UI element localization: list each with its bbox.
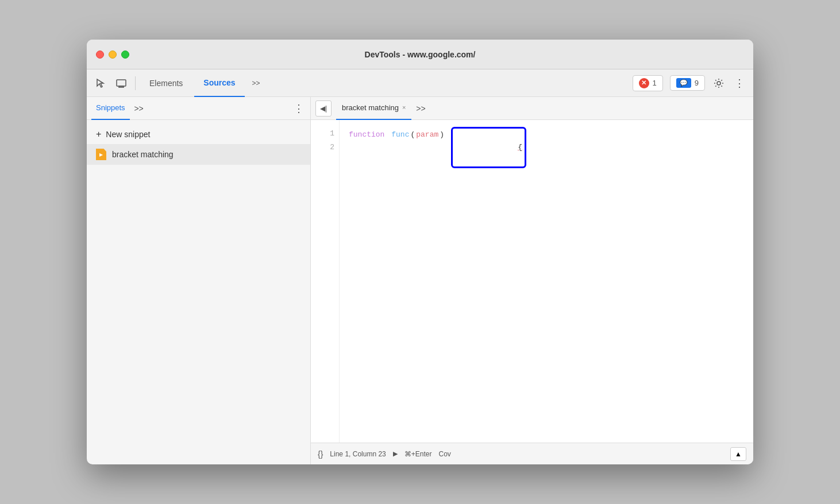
snippet-item-bracket-matching[interactable]: bracket matching (87, 144, 310, 165)
editor-tab-label: bracket matching (342, 103, 399, 112)
editor-tab-bracket-matching[interactable]: bracket matching × (336, 97, 411, 120)
svg-rect-0 (117, 80, 126, 86)
message-icon: 💬 (676, 78, 691, 88)
minimize-button[interactable] (109, 51, 117, 59)
brace-char: { (518, 143, 522, 152)
titlebar: DevTools - www.google.com/ (87, 40, 753, 69)
close-button[interactable] (96, 51, 104, 59)
devtools-toolbar: Elements Sources >> ✕ 1 💬 9 ⋮ (87, 69, 753, 97)
new-snippet-label: New snippet (106, 130, 150, 139)
toolbar-separator (135, 76, 136, 90)
panel-toggle-btn[interactable]: ▲ (730, 447, 746, 461)
more-tabs-btn[interactable]: >> (247, 74, 265, 92)
window-title: DevTools - www.google.com/ (365, 50, 476, 59)
sidebar-toggle-icon: ◀| (320, 104, 327, 113)
error-icon: ✕ (639, 78, 649, 88)
status-bar: {} Line 1, Column 23 ▶ ⌘+Enter Cov ▲ (311, 443, 753, 464)
run-icon: ▶ (393, 450, 398, 458)
panel-tabs: Snippets >> ⋮ (87, 97, 310, 120)
error-count: 1 (653, 79, 657, 87)
brace-open-highlighted: { (451, 127, 526, 168)
tab-snippets[interactable]: Snippets (91, 97, 130, 120)
format-braces-btn[interactable]: {} (318, 449, 323, 459)
param-name: param (416, 128, 438, 142)
panel-kebab-btn[interactable]: ⋮ (292, 102, 306, 115)
maximize-button[interactable] (121, 51, 129, 59)
editor-tabs: ◀| bracket matching × >> (311, 97, 753, 120)
keyword-function: function (349, 128, 384, 142)
snippet-name: bracket matching (112, 150, 174, 159)
paren-close: ) (440, 128, 444, 142)
cursor-position: Line 1, Column 23 (330, 450, 386, 458)
line-number-2: 2 (315, 141, 334, 154)
editor-tab-close-btn[interactable]: × (402, 104, 406, 111)
cursor-icon (95, 78, 106, 88)
editor-area: 1 2 function func ( param ) { (311, 120, 753, 443)
svg-point-3 (717, 82, 720, 85)
plus-icon: + (96, 129, 101, 139)
more-menu-btn[interactable]: ⋮ (730, 74, 749, 92)
device-toggle-btn[interactable] (112, 74, 130, 92)
code-content[interactable]: function func ( param ) { (340, 120, 753, 443)
editor-sidebar-toggle-btn[interactable]: ◀| (315, 100, 332, 117)
tab-elements[interactable]: Elements (140, 69, 192, 97)
line-number-1: 1 (315, 127, 334, 141)
func-name: func (391, 128, 409, 142)
traffic-lights (96, 51, 129, 59)
panel-content: + New snippet bracket matching (87, 120, 310, 464)
editor-more-btn[interactable]: >> (414, 102, 427, 115)
message-badge: 💬 9 (670, 75, 705, 91)
new-snippet-btn[interactable]: + New snippet (87, 125, 310, 144)
line-numbers: 1 2 (311, 120, 340, 443)
code-line-1: function func ( param ) { (349, 127, 744, 168)
left-panel: Snippets >> ⋮ + New snippet bracket matc… (87, 97, 311, 464)
error-badge: ✕ 1 (633, 75, 663, 91)
coverage-label: Cov (438, 450, 450, 458)
devtools-window: DevTools - www.google.com/ Elements Sour… (87, 40, 753, 464)
gear-icon (714, 78, 724, 88)
snippet-file-icon (96, 149, 106, 160)
cursor-icon-btn[interactable] (91, 74, 110, 92)
panel-more-btn[interactable]: >> (132, 102, 146, 115)
right-panel: ◀| bracket matching × >> 1 2 function (311, 97, 753, 464)
tab-sources[interactable]: Sources (194, 69, 244, 97)
paren-open: ( (410, 128, 415, 142)
message-count: 9 (695, 79, 699, 87)
settings-btn[interactable] (710, 74, 728, 92)
main-content: Snippets >> ⋮ + New snippet bracket matc… (87, 97, 753, 464)
run-shortcut: ⌘+Enter (404, 450, 432, 458)
device-icon (116, 78, 126, 88)
